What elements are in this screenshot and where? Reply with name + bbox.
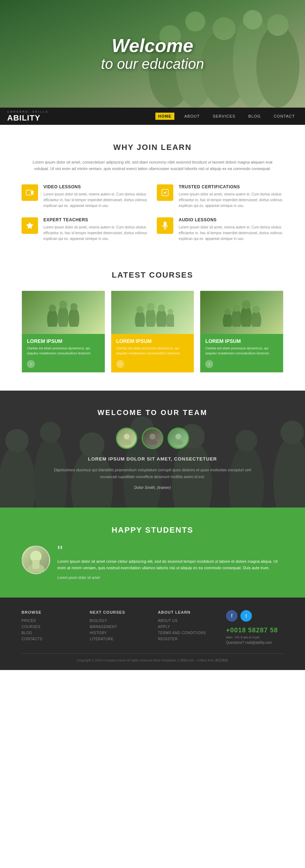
why-join-section: WHY JOIN LEARN Lorem ipsum dolor sit ame…	[0, 125, 305, 256]
footer-link-management[interactable]: MANAGEMENT	[90, 625, 147, 629]
svg-point-8	[243, 10, 262, 29]
brand-logo: CAREERS. SKILLS ABILITY	[7, 110, 48, 123]
features-grid: VIDEO LESSONS Lorem ipsum dolor sit amet…	[22, 184, 283, 242]
feature-video: VIDEO LESSONS Lorem ipsum dolor sit amet…	[22, 184, 148, 209]
feature-teachers-desc: Lorem ipsum dolor sit amet, viverra aute…	[43, 225, 148, 242]
why-join-desc: Lorem ipsum dolor sit amet, consectetuer…	[30, 159, 274, 172]
brand-name: ABILITY	[7, 113, 41, 123]
team-content: WELCOME TO OUR TEAM	[22, 409, 283, 489]
main-navbar: CAREERS. SKILLS ABILITY HOME ABOUT SERVI…	[0, 108, 305, 125]
feature-audio-title: AUDIO LESSONS	[179, 217, 283, 222]
testimonial-block: " Lorem ipsum dolor sit amet conse ctetu…	[22, 546, 283, 580]
course-card-2: LOREM IPSUM Claritas est etiam processus…	[111, 291, 194, 373]
svg-point-29	[224, 308, 231, 315]
brand-tagline: CAREERS. SKILLS	[7, 110, 48, 113]
cert-icon	[157, 184, 173, 201]
footer-link-courses[interactable]: COURSES	[22, 625, 79, 629]
nav-about[interactable]: ABOUT	[182, 113, 203, 120]
course-card-1-desc: Claritas est etiam processus dynamicus, …	[27, 346, 100, 356]
feature-cert-desc: Lorem ipsum dolor sit amet, viverra aute…	[179, 192, 283, 209]
course-card-3-title: LOREM IPSUM	[205, 338, 278, 344]
feature-cert-title: TRUSTED CERTIFICATIONS	[179, 184, 283, 189]
copyright-text: Copyright © 2015 Company name All rights…	[77, 659, 228, 662]
nav-blog[interactable]: BLOG	[245, 113, 264, 120]
feature-audio: AUDIO LESSONS Lorem ipsum dolor sit amet…	[157, 217, 283, 242]
course-card-1-arrow[interactable]: ›	[27, 360, 35, 368]
svg-point-27	[168, 309, 173, 315]
course-card-1-body: LOREM IPSUM Claritas est etiam processus…	[22, 334, 105, 372]
course-image-3	[200, 291, 283, 334]
footer-phone: +0018 58287 58	[226, 627, 283, 634]
course-card-3-body: LOREM IPSUM Claritas est etiam processus…	[200, 334, 283, 372]
team-avatar-3[interactable]	[168, 428, 189, 449]
hero-section: Welcome to our education	[0, 0, 305, 108]
video-icon	[22, 184, 38, 201]
footer-grid: BROWSE PRICES COURSES BLOG CONTACTS NEXT…	[22, 610, 283, 645]
team-title: WELCOME TO OUR TEAM	[22, 409, 283, 417]
course-card-2-title: LOREM IPSUM	[116, 338, 189, 344]
footer-link-contacts[interactable]: CONTACTS	[22, 637, 79, 641]
why-join-title: WHY JOIN LEARN	[22, 143, 283, 152]
footer-link-blog[interactable]: BLOG	[22, 631, 79, 635]
svg-point-35	[253, 306, 260, 313]
footer-about-title: ABOUT LEARN	[158, 610, 215, 614]
feature-video-title: VIDEO LESSONS	[43, 184, 148, 189]
svg-point-23	[147, 303, 155, 311]
nav-home[interactable]: HOME	[155, 113, 174, 120]
course-image-2	[111, 291, 194, 334]
team-section: WELCOME TO OUR TEAM	[0, 391, 305, 507]
svg-point-31	[233, 305, 240, 312]
nav-services[interactable]: SERVICES	[210, 113, 238, 120]
footer-phone-hours: Mon - Fri: 8 am to 5 pm	[226, 636, 283, 639]
svg-point-50	[124, 434, 130, 439]
footer: BROWSE PRICES COURSES BLOG CONTACTS NEXT…	[0, 598, 305, 670]
svg-point-54	[175, 434, 181, 439]
footer-link-terms[interactable]: TERMS AND CONDITIONS	[158, 631, 215, 635]
footer-email-label: Questions?	[226, 641, 244, 645]
nav-contact[interactable]: CONTACT	[271, 113, 298, 120]
footer-next-courses-title: NEXT COURSES	[90, 610, 147, 614]
feature-audio-desc: Lorem ipsum dolor sit amet, viverra aute…	[179, 225, 283, 242]
footer-link-register[interactable]: REGISTER	[158, 637, 215, 641]
svg-point-25	[158, 305, 165, 312]
course-card-2-arrow[interactable]: ›	[116, 360, 124, 368]
footer-email-address: mail@ability.com	[245, 641, 272, 645]
course-card-3-arrow[interactable]: ›	[205, 360, 213, 368]
course-card-2-desc: Claritas est etiam processus dynamicus, …	[116, 346, 189, 356]
footer-about-col: ABOUT LEARN ABOUT US APPLY TERMS AND CON…	[158, 610, 215, 645]
svg-point-21	[136, 306, 144, 313]
team-avatar-1[interactable]	[116, 428, 137, 449]
footer-next-courses-col: NEXT COURSES BIOLOGY MANAGEMENT HISTORY …	[90, 610, 147, 645]
svg-point-26	[166, 312, 174, 327]
social-facebook-button[interactable]: f	[226, 610, 238, 622]
feature-video-desc: Lorem ipsum dolor sit amet, viverra aute…	[43, 192, 148, 209]
footer-link-apply[interactable]: APPLY	[158, 625, 215, 629]
hero-title-line1: Welcome	[101, 36, 204, 56]
course-card-1-title: LOREM IPSUM	[27, 338, 100, 344]
happy-title: HAPPY STUDENTS	[22, 525, 283, 535]
course-card-2-body: LOREM IPSUM Claritas est etiam processus…	[111, 334, 194, 372]
footer-social: f t	[226, 610, 283, 622]
testimonial-name: Lorem psom dolor sit amet	[57, 576, 283, 580]
social-twitter-button[interactable]: t	[240, 610, 252, 622]
footer-email: Questions? mail@ability.com	[226, 641, 283, 645]
feature-cert: TRUSTED CERTIFICATIONS Lorem ipsum dolor…	[157, 184, 283, 209]
team-quote-title: LOREM IPSUM DOLOR SIT AMET, CONSECTETUER	[22, 456, 283, 462]
footer-link-literature[interactable]: LITERATURE	[90, 637, 147, 641]
feature-teachers: EXPERT TEACHERS Lorem ipsum dolor sit am…	[22, 217, 148, 242]
course-card-3: LOREM IPSUM Claritas est etiam processus…	[200, 291, 283, 373]
course-card-1: LOREM IPSUM Claritas est etiam processus…	[22, 291, 105, 373]
team-avatar-2[interactable]	[142, 428, 163, 449]
hero-title-line2: to our education	[101, 56, 204, 72]
svg-rect-10	[26, 190, 31, 195]
courses-title: LATEST COURSES	[22, 270, 283, 280]
footer-contact-col: f t +0018 58287 58 Mon - Fri: 8 am to 5 …	[226, 610, 283, 645]
footer-link-prices[interactable]: PRICES	[22, 619, 79, 623]
footer-copyright: Copyright © 2015 Company name All rights…	[22, 654, 283, 663]
footer-link-history[interactable]: HISTORY	[90, 631, 147, 635]
team-quote-text: Dignissimos ducimus qui blanditiis praes…	[54, 467, 251, 480]
footer-link-biology[interactable]: BIOLOGY	[90, 619, 147, 623]
footer-link-about-us[interactable]: ABOUT US	[158, 619, 215, 623]
feature-teachers-title: EXPERT TEACHERS	[43, 217, 148, 222]
svg-rect-58	[32, 560, 39, 569]
